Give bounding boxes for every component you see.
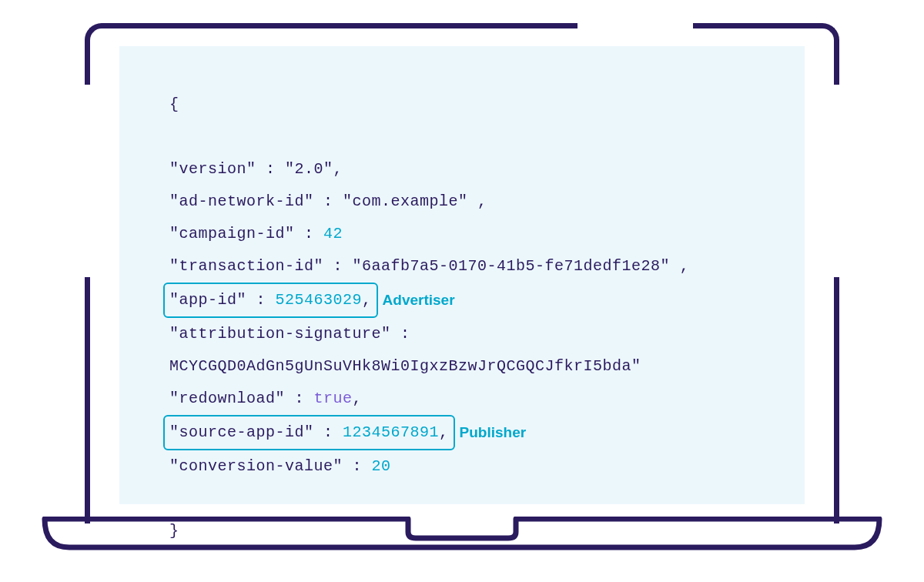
line-attribution-signature-key: "attribution-signature" : (169, 318, 774, 350)
key-source-app-id: "source-app-id" (169, 423, 314, 441)
value-version: "2.0" (285, 160, 333, 178)
line-conversion-value: "conversion-value" : 20 (169, 450, 774, 483)
value-ad-network-id: "com.example" (343, 192, 468, 210)
line-version: "version" : "2.0", (169, 153, 774, 186)
annotation-advertiser: Advertiser (383, 292, 455, 308)
value-conversion-value: 20 (372, 457, 391, 475)
value-app-id: 525463029 (276, 291, 363, 309)
key-attribution-signature: "attribution-signature" (169, 325, 391, 343)
highlight-source-app-id: "source-app-id" : 1234567891, (163, 415, 455, 450)
key-transaction-id: "transaction-id" (169, 257, 323, 275)
code-panel: { "version" : "2.0", "ad-network-id" : "… (119, 46, 805, 504)
key-redownload: "redownload" (169, 390, 285, 407)
line-source-app-id: "source-app-id" : 1234567891,Publisher (169, 415, 774, 450)
line-redownload: "redownload" : true, (169, 383, 774, 415)
key-ad-network-id: "ad-network-id" (169, 192, 314, 210)
line-campaign-id: "campaign-id" : 42 (169, 218, 774, 250)
value-transaction-id: "6aafb7a5-0170-41b5-fe71dedf1e28" (353, 257, 671, 275)
value-redownload: true (314, 390, 353, 407)
frame-side-left (85, 277, 90, 523)
value-campaign-id: 42 (323, 225, 343, 242)
line-transaction-id: "transaction-id" : "6aafb7a5-0170-41b5-f… (169, 250, 774, 283)
value-source-app-id: 1234567891 (343, 423, 439, 441)
key-campaign-id: "campaign-id" (169, 225, 295, 242)
json-code-block: { "version" : "2.0", "ad-network-id" : "… (169, 89, 774, 547)
annotation-publisher: Publisher (460, 424, 527, 440)
line-app-id: "app-id" : 525463029,Advertiser (169, 283, 774, 318)
open-brace: { (169, 89, 774, 121)
close-brace: } (169, 515, 774, 547)
key-version: "version" (169, 160, 256, 178)
frame-side-right (834, 277, 839, 523)
highlight-app-id: "app-id" : 525463029, (163, 283, 378, 318)
key-app-id: "app-id" (169, 291, 246, 309)
key-conversion-value: "conversion-value" (169, 457, 343, 475)
line-ad-network-id: "ad-network-id" : "com.example" , (169, 186, 774, 218)
line-attribution-signature-value: MCYCGQD0AdGn5gUnSuVHk8Wi0IgxzBzwJrQCGQCJ… (169, 350, 774, 383)
value-attribution-signature: MCYCGQD0AdGn5gUnSuVHk8Wi0IgxzBzwJrQCGQCJ… (169, 357, 641, 375)
